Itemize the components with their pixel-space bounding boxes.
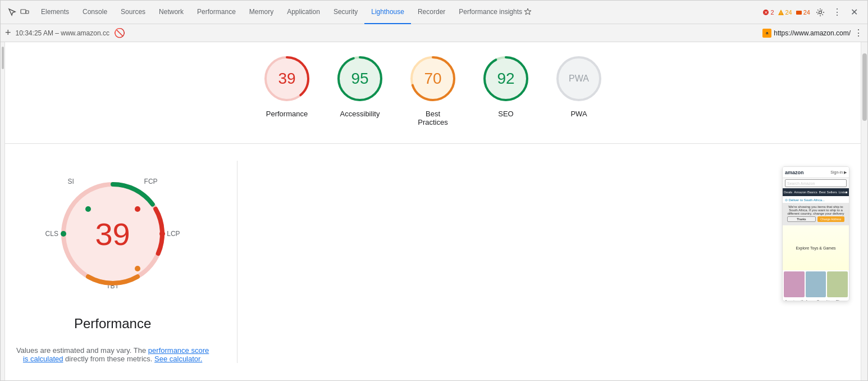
screenshot-signin: Sign-in ▶ [830, 170, 847, 175]
toolbar: Elements Console Sources Network Perform… [1, 1, 867, 24]
screenshot-amazon-logo: amazon [785, 170, 804, 175]
cursor-icon[interactable] [7, 7, 17, 17]
tab-network[interactable]: Network [152, 1, 190, 24]
tab-application[interactable]: Application [280, 1, 327, 24]
right-scrollbar[interactable] [861, 42, 867, 380]
url-bar: a https://www.amazon.com/ [762, 29, 851, 38]
screenshot-nav: Deals Amazon Basics Best Sellers Lists■ [783, 188, 849, 196]
pwa-score: PWA [569, 74, 589, 84]
website-screenshot: amazon Sign-in ▶ Search Amazon Deals Ama… [782, 166, 849, 301]
tab-elements[interactable]: Elements [34, 1, 76, 24]
screenshot-bottom-text: Amazing gifts for every Dad Score big de… [783, 298, 849, 301]
settings-button[interactable] [814, 6, 827, 19]
svg-point-28 [135, 206, 140, 212]
tab-lighthouse[interactable]: Lighthouse [364, 1, 411, 24]
screenshot-thumbnails [783, 270, 849, 298]
score-accessibility: 95 Accessibility [335, 53, 385, 126]
seo-score: 92 [497, 70, 514, 88]
lighthouse-panel[interactable]: 39 Performance 95 Accessibility [5, 42, 861, 380]
svg-text:!: ! [780, 11, 782, 15]
pwa-label: PWA [570, 110, 587, 118]
gauge-circle: 39 [57, 178, 169, 290]
screenshot-promo: Explore Toys & Games [783, 225, 849, 270]
warning-badge[interactable]: ! 24 [778, 9, 792, 16]
svg-point-27 [85, 206, 91, 212]
accessibility-score: 95 [351, 70, 368, 88]
screenshot-deliver: ⊙ Deliver to South Africa... [783, 196, 849, 203]
block-icon[interactable]: 🚫 [114, 28, 125, 38]
best-practices-circle: 70 [408, 53, 458, 104]
tab-sources[interactable]: Sources [114, 1, 152, 24]
screenshot-search: Search Amazon [785, 179, 847, 187]
score-seo: 92 SEO [481, 53, 531, 126]
gauge-with-labels: SI FCP LCP TBT CLS [34, 161, 191, 307]
seo-circle: 92 [481, 53, 531, 104]
best-practices-score: 70 [424, 70, 441, 88]
screenshot-section: amazon Sign-in ▶ Search Amazon Deals Ama… [266, 161, 849, 301]
perf-detail: SI FCP LCP TBT CLS [5, 144, 861, 380]
gauge-section: SI FCP LCP TBT CLS [16, 161, 209, 363]
best-practices-label: BestPractices [418, 110, 447, 126]
accessibility-circle: 95 [335, 53, 385, 104]
performance-label: Performance [266, 110, 308, 118]
calculator-link[interactable]: See calculator. [154, 355, 202, 363]
metric-lcp: LCP [167, 230, 180, 238]
new-tab-button[interactable]: + [5, 27, 11, 39]
gauge-score: 39 [95, 216, 130, 252]
tab-performance[interactable]: Performance [190, 1, 243, 24]
svg-rect-1 [26, 11, 29, 13]
svg-rect-6 [796, 11, 802, 15]
devtools-frame: Elements Console Sources Network Perform… [0, 0, 868, 381]
tab-memory[interactable]: Memory [243, 1, 280, 24]
toolbar-icons [3, 7, 34, 17]
svg-point-29 [159, 231, 165, 237]
scrollbar-thumb[interactable] [862, 53, 867, 121]
device-icon[interactable] [20, 7, 30, 17]
close-button[interactable]: ✕ [847, 6, 861, 19]
performance-circle: 39 [262, 53, 312, 104]
performance-score: 39 [278, 70, 295, 88]
addressbar: + 10:34:25 AM – www.amazon.cc 🚫 a https:… [1, 24, 867, 42]
more-url-button[interactable]: ⋮ [854, 28, 863, 38]
main-area: 39 Performance 95 Accessibility [1, 42, 867, 380]
perf-title: Performance [74, 316, 151, 332]
svg-point-7 [819, 11, 822, 13]
svg-rect-0 [21, 10, 26, 13]
url-text: https://www.amazon.com/ [774, 29, 851, 37]
footer-text: Values are estimated and may vary. The p… [16, 346, 209, 363]
svg-point-30 [135, 266, 140, 271]
more-button[interactable]: ⋮ [830, 6, 844, 19]
accessibility-label: Accessibility [340, 110, 380, 118]
score-performance: 39 Performance [262, 53, 312, 126]
scores-row: 39 Performance 95 Accessibility [5, 42, 861, 143]
tab-recorder[interactable]: Recorder [411, 1, 452, 24]
svg-text:✕: ✕ [764, 10, 768, 15]
error-badge[interactable]: ✕ 2 [762, 9, 774, 16]
tab-performance-insights[interactable]: Performance insights [452, 1, 538, 24]
seo-label: SEO [498, 110, 513, 118]
left-scrollbar[interactable] [1, 42, 5, 380]
tab-console[interactable]: Console [76, 1, 114, 24]
score-pwa: PWA PWA [554, 53, 604, 126]
badge-area: ✕ 2 ! 24 24 ⋮ ✕ [762, 6, 865, 19]
timestamp: 10:34:25 AM – www.amazon.cc [16, 29, 109, 37]
vertical-divider [237, 161, 237, 363]
score-best-practices: 70 BestPractices [408, 53, 458, 126]
amazon-icon: a [762, 29, 771, 38]
info-badge[interactable]: 24 [796, 9, 810, 16]
svg-point-31 [61, 231, 66, 237]
screenshot-banner: We're showing you items that ship to Sou… [783, 203, 849, 225]
pwa-circle: PWA [554, 53, 604, 104]
tab-security[interactable]: Security [327, 1, 364, 24]
